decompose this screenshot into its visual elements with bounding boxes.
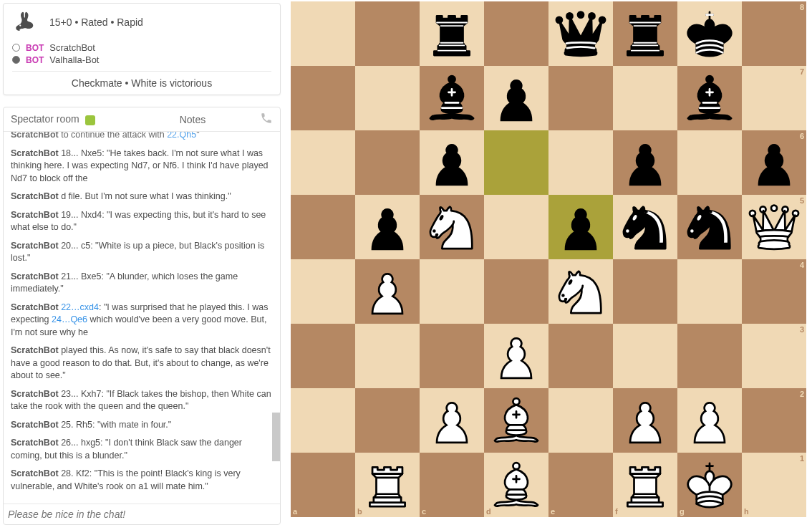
square-d6[interactable] — [484, 130, 548, 195]
chat-message: ScratchBot 25. Rh5: "with mate in four." — [11, 419, 273, 432]
square-h4[interactable]: 4 — [742, 259, 806, 324]
piece-bp-d7[interactable] — [484, 66, 548, 130]
square-d4[interactable] — [484, 259, 548, 324]
square-g6[interactable] — [677, 130, 742, 195]
chat-message: ScratchBot 23... Kxh7: "If Black takes t… — [11, 388, 273, 413]
game-result: Checkmate • White is victorious — [12, 71, 271, 89]
piece-bp-f6[interactable] — [613, 130, 677, 195]
square-h8[interactable]: 8 — [742, 1, 806, 66]
piece-wr-f1[interactable] — [613, 453, 677, 517]
game-info-card: 15+0 • Rated • Rapid BOT ScratchBot BOT … — [3, 3, 281, 95]
svg-point-3 — [578, 12, 584, 18]
square-b8[interactable] — [355, 1, 420, 66]
scrollbar-thumb[interactable] — [272, 413, 280, 461]
square-f7[interactable] — [613, 66, 677, 130]
piece-wp-f2[interactable] — [613, 388, 677, 453]
piece-wp-c2[interactable] — [420, 388, 484, 453]
chat-message: ScratchBot 28. Kf2: "This is the point! … — [11, 468, 273, 493]
black-circle-icon — [12, 56, 20, 64]
phone-icon[interactable] — [256, 107, 280, 131]
chat-message: ScratchBot d file. But I'm not sure what… — [11, 191, 273, 203]
square-g4[interactable] — [677, 259, 742, 324]
square-h2[interactable]: 2 — [742, 388, 806, 453]
square-c1[interactable]: c — [420, 453, 484, 517]
piece-br-f8[interactable] — [613, 1, 677, 66]
piece-br-c8[interactable] — [420, 1, 484, 66]
square-e3[interactable] — [548, 324, 613, 388]
chat-message: ScratchBot 21... Bxe5: "A blunder, which… — [11, 271, 273, 296]
square-e2[interactable] — [548, 388, 613, 453]
piece-bn-f5[interactable] — [613, 195, 677, 259]
square-a6[interactable] — [291, 130, 355, 195]
white-circle-icon — [12, 44, 20, 52]
square-b7[interactable] — [355, 66, 420, 130]
piece-bp-h6[interactable] — [742, 130, 806, 195]
piece-wb-d1[interactable] — [484, 453, 548, 517]
chat-message: ScratchBot 20... c5: "White is up a piec… — [11, 240, 273, 265]
square-a8[interactable] — [291, 1, 355, 66]
chat-messages[interactable]: ScratchBot to continue the attack with 2… — [4, 132, 280, 504]
square-g3[interactable] — [677, 324, 742, 388]
black-player-name: Valhalla-Bot — [49, 54, 99, 65]
square-e1[interactable]: e — [548, 453, 613, 517]
square-e7[interactable] — [548, 66, 613, 130]
square-b6[interactable] — [355, 130, 420, 195]
square-a3[interactable] — [291, 324, 355, 388]
square-h1[interactable]: 1h — [742, 453, 806, 517]
piece-bp-e5[interactable] — [548, 195, 613, 259]
piece-wr-b1[interactable] — [355, 453, 420, 517]
chat-message: ScratchBot to continue the attack with 2… — [11, 132, 273, 142]
square-d8[interactable] — [484, 1, 548, 66]
piece-wq-h5[interactable] — [742, 195, 806, 259]
square-a1[interactable]: a — [291, 453, 355, 517]
square-f3[interactable] — [613, 324, 677, 388]
chat-message: ScratchBot played this. As now, it's saf… — [11, 345, 273, 382]
piece-bn-g5[interactable] — [677, 195, 742, 259]
square-a7[interactable] — [291, 66, 355, 130]
rapid-icon — [12, 9, 38, 35]
black-player-row[interactable]: BOT Valhalla-Bot — [12, 54, 271, 65]
svg-point-0 — [19, 24, 21, 26]
svg-point-8 — [771, 206, 777, 211]
square-a2[interactable] — [291, 388, 355, 453]
piece-bp-b5[interactable] — [355, 195, 420, 259]
piece-bp-c6[interactable] — [420, 130, 484, 195]
square-f4[interactable] — [613, 259, 677, 324]
square-c3[interactable] — [420, 324, 484, 388]
tab-spectator-room[interactable]: Spectator room — [4, 108, 130, 130]
piece-wb-d2[interactable] — [484, 388, 548, 453]
square-b3[interactable] — [355, 324, 420, 388]
bot-label: BOT — [26, 55, 44, 65]
white-player-row[interactable]: BOT ScratchBot — [12, 42, 271, 53]
chat-message: ScratchBot 22…cxd4: "I was surprised tha… — [11, 302, 273, 339]
piece-bk-g8[interactable] — [677, 1, 742, 66]
piece-wn-e4[interactable] — [548, 259, 613, 324]
bot-label: BOT — [26, 43, 44, 53]
square-a4[interactable] — [291, 259, 355, 324]
chat-message: ScratchBot 19... Nxd4: "I was expecting … — [11, 209, 273, 234]
white-player-name: ScratchBot — [49, 42, 95, 53]
chat-input[interactable] — [8, 507, 276, 521]
piece-wp-b4[interactable] — [355, 259, 420, 324]
chat-message: ScratchBot 18... Nxe5: "He takes back. I… — [11, 148, 273, 186]
piece-wp-g2[interactable] — [677, 388, 742, 453]
chat-panel: Spectator room Notes ScratchBot to conti… — [3, 107, 281, 525]
chat-message: ScratchBot 26... hxg5: "I don't think Bl… — [11, 437, 273, 462]
chess-board[interactable]: 8765432abcdefg1h — [291, 1, 806, 517]
square-c4[interactable] — [420, 259, 484, 324]
piece-wk-g1[interactable] — [677, 453, 742, 517]
piece-bb-g7[interactable] — [677, 66, 742, 130]
square-b2[interactable] — [355, 388, 420, 453]
game-title: 15+0 • Rated • Rapid — [49, 16, 143, 28]
presence-dot-icon — [85, 115, 95, 125]
tab-notes[interactable]: Notes — [130, 109, 256, 130]
piece-wn-c5[interactable] — [420, 195, 484, 259]
square-h3[interactable]: 3 — [742, 324, 806, 388]
piece-bq-e8[interactable] — [548, 1, 613, 66]
square-h7[interactable]: 7 — [742, 66, 806, 130]
piece-bb-c7[interactable] — [420, 66, 484, 130]
piece-wp-d3[interactable] — [484, 324, 548, 388]
square-e6[interactable] — [548, 130, 613, 195]
square-a5[interactable] — [291, 195, 355, 259]
square-d5[interactable] — [484, 195, 548, 259]
